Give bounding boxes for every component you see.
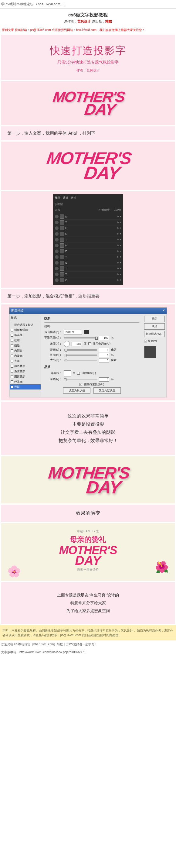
ps-layer-row[interactable]: Ofx ▾	[55, 277, 121, 283]
fx-option-checkbox[interactable]	[11, 344, 13, 347]
fx-option[interactable]: 内阴影	[11, 348, 40, 353]
fx-preview-checkbox[interactable]: ✓	[144, 340, 147, 342]
eye-icon[interactable]	[55, 255, 59, 259]
fx-indicator[interactable]: fx ▾	[117, 255, 121, 258]
ps-layer-row[interactable]: Hfx ▾	[55, 243, 121, 249]
fx-new-style-button[interactable]: 新建样式(W)...	[144, 331, 165, 337]
fx-option-checkbox[interactable]	[11, 370, 13, 373]
fx-option-checkbox[interactable]	[11, 375, 13, 378]
eye-icon[interactable]	[55, 232, 59, 236]
fx-reset-default-button[interactable]: 复位为默认值	[94, 388, 121, 394]
fx-distance-value[interactable]: 5	[99, 348, 109, 352]
fx-spread-slider[interactable]	[64, 354, 97, 356]
footer-disclaimer: 声明：本教程为转载教程。由网络收集制成单张图片方便分享，转载也请注明原作者为：艺…	[0, 625, 176, 641]
fx-option-checkbox[interactable]	[11, 354, 13, 357]
eye-icon[interactable]	[55, 278, 59, 282]
fx-knockout-checkbox[interactable]: ✓	[79, 383, 82, 386]
fx-indicator[interactable]: fx ▾	[117, 232, 121, 235]
fx-noise-value[interactable]: 0	[99, 377, 109, 381]
ps-layer-row[interactable]: Tfx ▾	[55, 266, 121, 272]
eye-icon[interactable]	[55, 249, 59, 253]
banner-top: 幸福FAMILY之	[6, 529, 170, 533]
layer-style-dialog-wrap: 图层样式 ✕ 样式 混合选项：默认斜面和浮雕等高线纹理描边内阴影内发光光泽颜色叠…	[1, 304, 175, 400]
fx-indicator[interactable]: fx ▾	[117, 221, 121, 224]
ps-layer-row[interactable]: Tfx ▾	[55, 237, 121, 243]
fx-option-checkbox[interactable]	[11, 329, 13, 332]
fx-distance-slider[interactable]	[64, 349, 97, 350]
ps-tab-channels[interactable]: 通道	[63, 196, 68, 200]
fx-option[interactable]: 光泽	[11, 359, 40, 364]
fx-option-label: 纹理	[14, 338, 20, 342]
fx-indicator[interactable]: fx ▾	[117, 250, 121, 252]
ps-layer-row[interactable]: Sfx ▾	[55, 260, 121, 266]
fx-make-default-button[interactable]: 设置为默认值	[63, 388, 91, 394]
fx-option-checkbox[interactable]	[11, 360, 13, 363]
fx-option[interactable]: 外发光	[11, 379, 40, 384]
fx-indicator[interactable]: fx ▾	[117, 238, 121, 241]
eye-icon[interactable]	[55, 215, 59, 218]
fx-option-checkbox[interactable]	[11, 365, 13, 368]
ps-tab-layers[interactable]: 图层	[55, 196, 60, 200]
fx-option-checkbox[interactable]	[11, 349, 13, 352]
fx-option[interactable]: 斜面和浮雕	[11, 328, 40, 333]
fx-indicator[interactable]: fx ▾	[117, 215, 121, 218]
ps-layer-row[interactable]: Efx ▾	[55, 249, 121, 254]
fx-global-light-checkbox[interactable]: ✓	[88, 342, 91, 345]
ps-layer-row[interactable]: Tfx ▾	[55, 272, 121, 277]
fx-indicator[interactable]: fx ▾	[117, 279, 121, 281]
eye-icon[interactable]	[55, 226, 59, 230]
fx-angle-dial[interactable]	[64, 341, 70, 347]
ps-layer-row[interactable]: Hfx ▾	[55, 225, 121, 231]
eye-icon[interactable]	[55, 244, 59, 247]
fx-angle-value[interactable]: 160	[72, 342, 82, 346]
fx-cancel-button[interactable]: 取消	[144, 323, 165, 330]
ps-opacity[interactable]: 100%	[114, 208, 121, 212]
fx-option-checkbox[interactable]	[11, 380, 13, 383]
eye-icon[interactable]	[55, 267, 59, 270]
fx-indicator[interactable]: fx ▾	[117, 267, 121, 270]
fx-blend-select[interactable]: 色相	[64, 330, 82, 335]
fx-indicator[interactable]: fx ▾	[117, 244, 121, 247]
ps-kind[interactable]: ρ 类型	[55, 202, 63, 206]
fx-indicator[interactable]: fx ▾	[117, 261, 121, 264]
fx-option[interactable]: 渐变叠加	[11, 369, 40, 374]
ps-layer-row[interactable]: Ofx ▾	[55, 231, 121, 237]
fx-option[interactable]: ✓投影	[10, 384, 41, 390]
fx-option-checkbox[interactable]: ✓	[11, 385, 13, 388]
fx-antialias-checkbox[interactable]	[77, 372, 80, 375]
ps-layer-row[interactable]: Mfx ▾	[55, 214, 121, 220]
eye-icon[interactable]	[55, 273, 59, 276]
fx-option-checkbox[interactable]	[11, 339, 13, 342]
fx-color-swatch[interactable]	[84, 330, 89, 334]
fx-option-checkbox[interactable]	[11, 334, 13, 337]
fx-size-slider[interactable]	[64, 360, 97, 361]
fx-indicator[interactable]: fx ▾	[117, 273, 121, 276]
eye-icon[interactable]	[55, 261, 59, 265]
fx-opacity-value[interactable]: 100	[99, 336, 109, 340]
fx-option[interactable]: 混合选项：默认	[11, 322, 40, 328]
ps-blend-mode[interactable]: 正常	[55, 208, 60, 212]
banner-cn: 母亲的赞礼	[6, 535, 170, 545]
layer-thumb	[60, 278, 64, 282]
ps-tab-paths[interactable]: 路径	[71, 196, 76, 200]
fx-option[interactable]: 纹理	[11, 338, 40, 343]
fx-noise-slider[interactable]	[64, 379, 97, 380]
fx-option[interactable]: 内发光	[11, 353, 40, 359]
fx-indicator[interactable]: fx ▾	[117, 227, 121, 229]
ps-layer-row[interactable]: Tfx ▾	[55, 220, 121, 225]
fx-contour-picker[interactable]	[64, 370, 71, 376]
eye-icon[interactable]	[55, 238, 59, 242]
ps-layer-row[interactable]: Tfx ▾	[55, 254, 121, 260]
eye-icon[interactable]	[55, 221, 59, 224]
fx-spread-value[interactable]: 0	[99, 353, 109, 357]
fx-size-value[interactable]: 5	[99, 358, 109, 363]
close-icon[interactable]: ✕	[162, 309, 165, 313]
fx-option[interactable]: 描边	[11, 343, 40, 348]
fx-option[interactable]: 颜色叠加	[11, 364, 40, 369]
fx-option[interactable]: 图案叠加	[11, 374, 40, 379]
fx-option[interactable]: 等高线	[11, 333, 40, 338]
layer-name: T	[65, 238, 116, 241]
fx-ok-button[interactable]: 确定	[144, 316, 165, 322]
fx-opacity-slider[interactable]	[64, 337, 97, 338]
chevron-down-icon-2[interactable]	[73, 372, 75, 374]
